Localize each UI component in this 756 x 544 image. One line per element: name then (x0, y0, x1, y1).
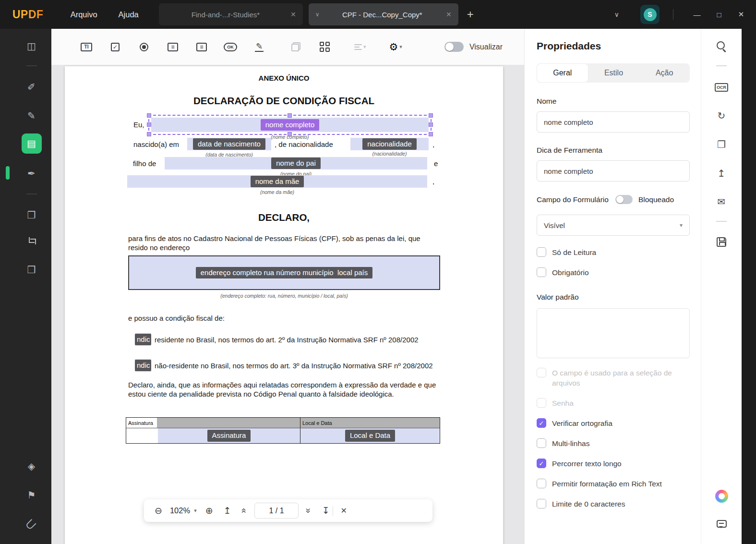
tab-close-icon[interactable]: ✕ (446, 11, 452, 18)
nome-input[interactable] (537, 111, 690, 133)
first-page-button[interactable]: ↥ (224, 506, 231, 515)
form-field-nome-completo[interactable]: nome completo (151, 118, 429, 132)
checkbox-limite-caracteres[interactable]: Limite de 0 caracteres (537, 499, 690, 509)
zoom-caret-icon[interactable]: ▾ (194, 508, 197, 514)
maximize-button[interactable]: □ (708, 11, 730, 19)
form-field-endereco[interactable]: endereço completo rua número município l… (128, 255, 440, 290)
checkbox-selecao-arquivos[interactable]: O campo é usado para a seleção de arquiv… (537, 368, 690, 388)
mail-button[interactable]: ✉ (712, 192, 731, 211)
add-text-field-button[interactable]: TI (78, 38, 95, 56)
field-badge-data-nascimento[interactable]: data de nascimento (193, 138, 265, 150)
document-viewport[interactable]: ANEXO ÚNICO DECLARAÇÃO DE CONDIÇÃO FISCA… (51, 65, 524, 544)
arrange-fields-button[interactable] (316, 38, 333, 56)
add-combobox-field-button[interactable]: ≡ (164, 38, 181, 56)
tab-menu-chevron-icon[interactable]: ∨ (315, 11, 320, 18)
previous-page-button[interactable]: « (240, 508, 249, 513)
field-badge-nacionalidade[interactable]: nacionalidade (362, 138, 417, 150)
field-recognition-button[interactable]: ⚙ ▾ (389, 41, 402, 53)
form-field-nome-pai[interactable]: nome do pai (165, 157, 427, 169)
add-checkbox-field-button[interactable]: ✓ (107, 38, 124, 56)
close-window-button[interactable]: ✕ (730, 10, 752, 19)
checkbox-box[interactable] (537, 418, 546, 428)
sync-button[interactable]: ↻ (712, 106, 731, 125)
minimize-button[interactable]: — (686, 11, 708, 19)
checkbox-so-de-leitura[interactable]: Só de Leitura (537, 247, 690, 257)
tab-cpf-declaracao[interactable]: ∨ CPF - Dec...Copy_Copy* ✕ (309, 3, 458, 25)
attachment-button[interactable]: ⋃ (22, 514, 42, 534)
field-badge-indicador[interactable]: ndic (135, 334, 151, 345)
resize-handle[interactable] (147, 113, 151, 118)
form-field-assinatura[interactable]: Assinatura (126, 428, 300, 443)
export-page-button[interactable]: ❐ (712, 135, 731, 154)
ai-assistant-button[interactable] (712, 486, 731, 506)
dica-input[interactable] (537, 160, 690, 181)
field-badge-endereco[interactable]: endereço completo rua número município l… (196, 267, 373, 278)
field-badge-assinatura[interactable]: Assinatura (207, 430, 251, 441)
ocr-button[interactable]: OCR (712, 78, 731, 97)
page-indicator[interactable]: 1 / 1 (254, 503, 299, 519)
zoom-out-button[interactable]: ⊖ (155, 506, 162, 515)
reader-view-button[interactable]: ◫ (22, 36, 42, 56)
resize-handle[interactable] (147, 132, 151, 136)
tab-geral[interactable]: Geral (537, 63, 588, 83)
next-page-button[interactable]: » (304, 508, 313, 513)
edit-pdf-button[interactable]: ✎ (22, 106, 42, 126)
form-field-nacionalidade[interactable]: nacionalidade (350, 138, 429, 150)
resize-handle[interactable] (429, 113, 433, 118)
checkbox-box[interactable] (537, 398, 546, 408)
form-field-nome-mae[interactable]: nome da mãe (127, 175, 427, 188)
preview-toggle[interactable] (444, 42, 464, 52)
checkbox-verificar-ortografia[interactable]: Verificar ortografia (537, 418, 690, 428)
feedback-button[interactable] (712, 514, 731, 533)
close-zoombar-button[interactable]: ✕ (341, 507, 347, 515)
checkbox-percorrer-texto[interactable]: Percorrer texto longo (537, 459, 690, 469)
organize-pages-button[interactable]: ❐ (22, 205, 42, 225)
checkbox-box[interactable] (537, 479, 546, 488)
align-fields-button[interactable]: ▾ (354, 43, 366, 51)
add-radio-field-button[interactable] (135, 38, 153, 56)
sign-button[interactable]: ✒ (22, 163, 42, 183)
tabs-overflow-icon[interactable]: ∨ (614, 11, 619, 18)
tab-close-icon[interactable]: ✕ (290, 11, 296, 18)
new-tab-button[interactable]: + (467, 8, 474, 21)
tab-find-and-studies[interactable]: Find-and-...r-Studies* ✕ (159, 3, 303, 25)
tab-acao[interactable]: Ação (639, 63, 690, 83)
checkbox-box[interactable] (537, 499, 546, 508)
tab-estilo[interactable]: Estilo (588, 63, 639, 83)
last-page-button[interactable]: ↧ (322, 506, 330, 515)
field-badge-nome-pai[interactable]: nome do pai (271, 157, 321, 169)
checkbox-obrigatorio[interactable]: Obrigatório (537, 267, 690, 278)
field-badge-nome-completo[interactable]: nome completo (261, 119, 320, 131)
bloqueado-toggle[interactable] (615, 195, 633, 204)
form-field-local-data[interactable]: Local e Data (300, 428, 440, 443)
checkbox-box[interactable] (537, 247, 546, 257)
menu-arquivo[interactable]: Arquivo (71, 10, 97, 19)
resize-handle[interactable] (288, 113, 292, 118)
convert-button[interactable]: ❒ (22, 260, 42, 280)
search-button[interactable] (712, 36, 731, 56)
annotate-button[interactable]: ✐ (22, 77, 42, 97)
field-badge-nome-mae[interactable]: nome da mãe (251, 176, 304, 187)
add-listbox-field-button[interactable]: ≡ (193, 38, 210, 56)
crop-button[interactable] (22, 231, 42, 252)
visibilidade-select[interactable]: Visível ▾ (537, 215, 690, 236)
form-field-checkbox-residente[interactable]: ndic (135, 333, 151, 346)
checkbox-box[interactable] (537, 267, 546, 277)
checkbox-rich-text[interactable]: Permitir formatação em Rich Text (537, 479, 690, 489)
field-badge-local-data[interactable]: Local e Data (345, 430, 395, 441)
resize-handle[interactable] (429, 122, 433, 127)
share-button[interactable]: ↥ (712, 164, 731, 183)
bookmark-button[interactable]: ⚑ (22, 485, 42, 505)
checkbox-box[interactable] (537, 459, 546, 468)
form-field-checkbox-nao-residente[interactable]: ndic (135, 359, 151, 372)
save-button[interactable] (712, 232, 731, 252)
zoom-in-button[interactable]: ⊕ (205, 506, 213, 515)
pdf-page[interactable]: ANEXO ÚNICO DECLARAÇÃO DE CONDIÇÃO FISCA… (65, 66, 503, 544)
field-badge-indicador[interactable]: ndic (135, 360, 151, 371)
checkbox-multi-linhas[interactable]: Multi-linhas (537, 438, 690, 448)
checkbox-box[interactable] (537, 368, 546, 377)
checkbox-box[interactable] (537, 438, 546, 448)
add-button-field-button[interactable]: OK (222, 38, 239, 56)
prepare-form-button[interactable]: ▤ (22, 133, 42, 154)
duplicate-field-button[interactable] (287, 38, 304, 56)
